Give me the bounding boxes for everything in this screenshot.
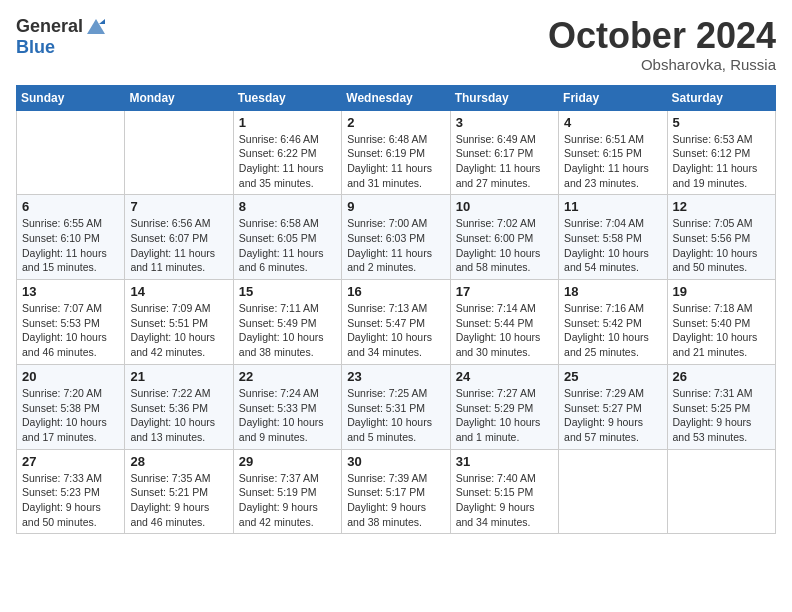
calendar-cell: 31Sunrise: 7:40 AMSunset: 5:15 PMDayligh…: [450, 449, 558, 534]
location-subtitle: Obsharovka, Russia: [548, 56, 776, 73]
calendar-cell: 12Sunrise: 7:05 AMSunset: 5:56 PMDayligh…: [667, 195, 775, 280]
day-number: 10: [456, 199, 553, 214]
calendar-cell: 27Sunrise: 7:33 AMSunset: 5:23 PMDayligh…: [17, 449, 125, 534]
day-info: Sunrise: 6:56 AMSunset: 6:07 PMDaylight:…: [130, 216, 227, 275]
day-info: Sunrise: 6:55 AMSunset: 6:10 PMDaylight:…: [22, 216, 119, 275]
calendar-cell: 20Sunrise: 7:20 AMSunset: 5:38 PMDayligh…: [17, 364, 125, 449]
calendar-cell: 7Sunrise: 6:56 AMSunset: 6:07 PMDaylight…: [125, 195, 233, 280]
month-title: October 2024: [548, 16, 776, 56]
day-number: 30: [347, 454, 444, 469]
calendar-table: SundayMondayTuesdayWednesdayThursdayFrid…: [16, 85, 776, 535]
day-number: 9: [347, 199, 444, 214]
day-number: 27: [22, 454, 119, 469]
calendar-cell: 24Sunrise: 7:27 AMSunset: 5:29 PMDayligh…: [450, 364, 558, 449]
day-of-week-header: Tuesday: [233, 85, 341, 110]
calendar-cell: [559, 449, 667, 534]
day-info: Sunrise: 7:11 AMSunset: 5:49 PMDaylight:…: [239, 301, 336, 360]
day-info: Sunrise: 7:05 AMSunset: 5:56 PMDaylight:…: [673, 216, 770, 275]
day-number: 28: [130, 454, 227, 469]
day-number: 17: [456, 284, 553, 299]
day-info: Sunrise: 7:39 AMSunset: 5:17 PMDaylight:…: [347, 471, 444, 530]
day-of-week-header: Monday: [125, 85, 233, 110]
day-number: 8: [239, 199, 336, 214]
day-info: Sunrise: 7:27 AMSunset: 5:29 PMDaylight:…: [456, 386, 553, 445]
day-info: Sunrise: 7:40 AMSunset: 5:15 PMDaylight:…: [456, 471, 553, 530]
calendar-cell: 14Sunrise: 7:09 AMSunset: 5:51 PMDayligh…: [125, 280, 233, 365]
page-header: General Blue October 2024 Obsharovka, Ru…: [16, 16, 776, 73]
day-info: Sunrise: 7:07 AMSunset: 5:53 PMDaylight:…: [22, 301, 119, 360]
calendar-cell: 13Sunrise: 7:07 AMSunset: 5:53 PMDayligh…: [17, 280, 125, 365]
calendar-cell: 30Sunrise: 7:39 AMSunset: 5:17 PMDayligh…: [342, 449, 450, 534]
day-of-week-header: Friday: [559, 85, 667, 110]
calendar-cell: 23Sunrise: 7:25 AMSunset: 5:31 PMDayligh…: [342, 364, 450, 449]
day-info: Sunrise: 7:37 AMSunset: 5:19 PMDaylight:…: [239, 471, 336, 530]
calendar-cell: [667, 449, 775, 534]
calendar-week-row: 6Sunrise: 6:55 AMSunset: 6:10 PMDaylight…: [17, 195, 776, 280]
day-info: Sunrise: 7:14 AMSunset: 5:44 PMDaylight:…: [456, 301, 553, 360]
day-number: 2: [347, 115, 444, 130]
calendar-cell: 10Sunrise: 7:02 AMSunset: 6:00 PMDayligh…: [450, 195, 558, 280]
day-info: Sunrise: 6:48 AMSunset: 6:19 PMDaylight:…: [347, 132, 444, 191]
calendar-week-row: 20Sunrise: 7:20 AMSunset: 5:38 PMDayligh…: [17, 364, 776, 449]
day-info: Sunrise: 7:13 AMSunset: 5:47 PMDaylight:…: [347, 301, 444, 360]
day-info: Sunrise: 6:51 AMSunset: 6:15 PMDaylight:…: [564, 132, 661, 191]
calendar-cell: 5Sunrise: 6:53 AMSunset: 6:12 PMDaylight…: [667, 110, 775, 195]
calendar-week-row: 1Sunrise: 6:46 AMSunset: 6:22 PMDaylight…: [17, 110, 776, 195]
day-info: Sunrise: 7:33 AMSunset: 5:23 PMDaylight:…: [22, 471, 119, 530]
calendar-cell: 22Sunrise: 7:24 AMSunset: 5:33 PMDayligh…: [233, 364, 341, 449]
calendar-cell: 28Sunrise: 7:35 AMSunset: 5:21 PMDayligh…: [125, 449, 233, 534]
day-info: Sunrise: 7:18 AMSunset: 5:40 PMDaylight:…: [673, 301, 770, 360]
day-of-week-header: Saturday: [667, 85, 775, 110]
day-info: Sunrise: 7:09 AMSunset: 5:51 PMDaylight:…: [130, 301, 227, 360]
day-number: 26: [673, 369, 770, 384]
calendar-cell: 17Sunrise: 7:14 AMSunset: 5:44 PMDayligh…: [450, 280, 558, 365]
day-info: Sunrise: 7:04 AMSunset: 5:58 PMDaylight:…: [564, 216, 661, 275]
calendar-cell: 9Sunrise: 7:00 AMSunset: 6:03 PMDaylight…: [342, 195, 450, 280]
day-number: 31: [456, 454, 553, 469]
day-info: Sunrise: 7:24 AMSunset: 5:33 PMDaylight:…: [239, 386, 336, 445]
day-number: 15: [239, 284, 336, 299]
calendar-cell: 11Sunrise: 7:04 AMSunset: 5:58 PMDayligh…: [559, 195, 667, 280]
calendar-week-row: 27Sunrise: 7:33 AMSunset: 5:23 PMDayligh…: [17, 449, 776, 534]
day-number: 24: [456, 369, 553, 384]
day-info: Sunrise: 7:16 AMSunset: 5:42 PMDaylight:…: [564, 301, 661, 360]
day-of-week-header: Sunday: [17, 85, 125, 110]
calendar-cell: 21Sunrise: 7:22 AMSunset: 5:36 PMDayligh…: [125, 364, 233, 449]
calendar-cell: [125, 110, 233, 195]
calendar-cell: 6Sunrise: 6:55 AMSunset: 6:10 PMDaylight…: [17, 195, 125, 280]
calendar-cell: 26Sunrise: 7:31 AMSunset: 5:25 PMDayligh…: [667, 364, 775, 449]
day-of-week-header: Wednesday: [342, 85, 450, 110]
day-number: 21: [130, 369, 227, 384]
day-info: Sunrise: 7:31 AMSunset: 5:25 PMDaylight:…: [673, 386, 770, 445]
day-number: 7: [130, 199, 227, 214]
day-number: 25: [564, 369, 661, 384]
calendar-cell: 3Sunrise: 6:49 AMSunset: 6:17 PMDaylight…: [450, 110, 558, 195]
calendar-cell: 29Sunrise: 7:37 AMSunset: 5:19 PMDayligh…: [233, 449, 341, 534]
day-number: 3: [456, 115, 553, 130]
calendar-cell: 4Sunrise: 6:51 AMSunset: 6:15 PMDaylight…: [559, 110, 667, 195]
day-number: 23: [347, 369, 444, 384]
day-info: Sunrise: 7:22 AMSunset: 5:36 PMDaylight:…: [130, 386, 227, 445]
calendar-cell: 19Sunrise: 7:18 AMSunset: 5:40 PMDayligh…: [667, 280, 775, 365]
calendar-header-row: SundayMondayTuesdayWednesdayThursdayFrid…: [17, 85, 776, 110]
day-info: Sunrise: 7:00 AMSunset: 6:03 PMDaylight:…: [347, 216, 444, 275]
title-block: October 2024 Obsharovka, Russia: [548, 16, 776, 73]
day-info: Sunrise: 6:53 AMSunset: 6:12 PMDaylight:…: [673, 132, 770, 191]
day-number: 12: [673, 199, 770, 214]
day-info: Sunrise: 6:46 AMSunset: 6:22 PMDaylight:…: [239, 132, 336, 191]
day-info: Sunrise: 7:20 AMSunset: 5:38 PMDaylight:…: [22, 386, 119, 445]
day-number: 14: [130, 284, 227, 299]
calendar-cell: 15Sunrise: 7:11 AMSunset: 5:49 PMDayligh…: [233, 280, 341, 365]
day-number: 20: [22, 369, 119, 384]
day-info: Sunrise: 7:25 AMSunset: 5:31 PMDaylight:…: [347, 386, 444, 445]
day-info: Sunrise: 7:35 AMSunset: 5:21 PMDaylight:…: [130, 471, 227, 530]
day-info: Sunrise: 6:49 AMSunset: 6:17 PMDaylight:…: [456, 132, 553, 191]
day-number: 16: [347, 284, 444, 299]
day-number: 19: [673, 284, 770, 299]
day-info: Sunrise: 7:29 AMSunset: 5:27 PMDaylight:…: [564, 386, 661, 445]
day-number: 13: [22, 284, 119, 299]
day-info: Sunrise: 7:02 AMSunset: 6:00 PMDaylight:…: [456, 216, 553, 275]
day-number: 1: [239, 115, 336, 130]
day-number: 29: [239, 454, 336, 469]
day-number: 11: [564, 199, 661, 214]
